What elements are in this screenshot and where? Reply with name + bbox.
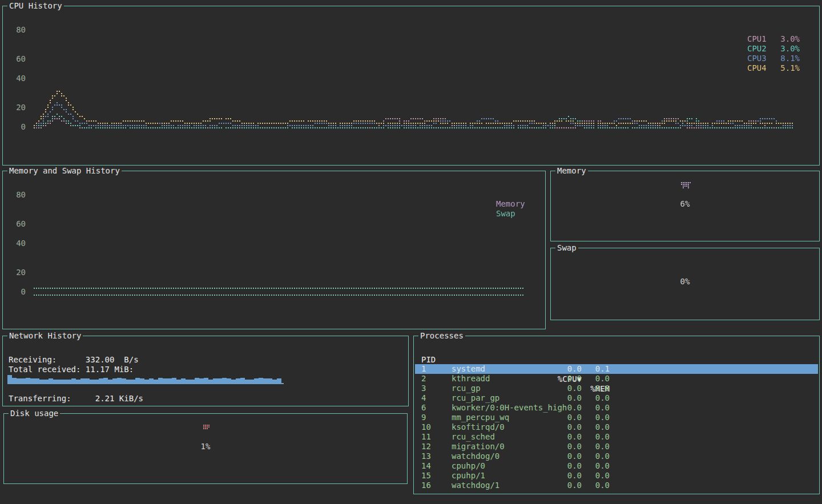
processes-panel: Processes PID Command %CPU▼ %MEM 1system…	[413, 336, 820, 494]
process-pid: 16	[421, 481, 431, 490]
process-row-ksoftirqd/0[interactable]: 10ksoftirqd/00.00.0	[415, 422, 818, 432]
network-transferring-text: Transferring: 2.21 KiB/s	[9, 394, 143, 404]
gtop-terminal-screen: { "colors": { "background": "#2b2b2b", "…	[0, 0, 822, 504]
process-pid: 15	[421, 471, 431, 481]
legend-value: 8.1%	[780, 54, 800, 63]
y-tick-60: 60	[7, 54, 26, 64]
process-pid: 10	[421, 422, 431, 432]
process-command: migration/0	[452, 442, 505, 451]
process-command: mm_percpu_wq	[452, 413, 509, 422]
process-row-cpuhp/0[interactable]: 14cpuhp/00.00.0	[415, 461, 818, 471]
process-mem-percent: 0.0	[565, 432, 610, 442]
process-command: watchdog/0	[452, 451, 499, 461]
process-command: cpuhp/0	[452, 461, 485, 471]
legend-item-cpu2: CPU23.0%	[747, 44, 800, 54]
process-row-cpuhp/1[interactable]: 15cpuhp/10.00.0	[415, 471, 818, 481]
process-mem-percent: 0.0	[565, 374, 610, 384]
swap-gauge-arc	[672, 255, 698, 272]
process-row-systemd[interactable]: 1systemd0.00.1	[415, 364, 818, 374]
legend-item-cpu1: CPU13.0%	[747, 34, 800, 44]
process-pid: 2	[421, 374, 426, 384]
y-tick-0: 0	[7, 122, 26, 132]
processes-header-row: PID Command %CPU▼ %MEM	[415, 345, 818, 355]
y-tick-40: 40	[7, 74, 26, 83]
process-mem-percent: 0.0	[565, 403, 610, 413]
process-command: rcu_par_gp	[452, 393, 499, 403]
process-mem-percent: 0.0	[565, 481, 610, 490]
legend-item-cpu3: CPU38.1%	[747, 54, 800, 63]
process-command: watchdog/1	[452, 481, 499, 490]
y-tick-80: 80	[7, 190, 26, 200]
process-pid: 1	[421, 364, 426, 374]
memory-percent-label: 6%	[551, 199, 819, 209]
process-row-rcu_par_gp[interactable]: 4rcu_par_gp0.00.0	[415, 393, 818, 403]
y-tick-20: 20	[7, 103, 26, 112]
process-row-rcu_gp[interactable]: 3rcu_gp0.00.0	[415, 384, 818, 393]
network-receiving-text: Receiving: 332.00 B/s	[9, 355, 139, 365]
process-mem-percent: 0.0	[565, 461, 610, 471]
network-receiving-sparkline	[7, 368, 291, 384]
y-tick-0: 0	[7, 287, 26, 297]
process-row-kthreadd[interactable]: 2kthreadd0.00.0	[415, 374, 818, 384]
disk-usage-title: Disk usage	[9, 409, 60, 418]
swap-percent-label: 0%	[551, 277, 819, 287]
memory-swap-legend: MemorySwap	[496, 199, 542, 219]
y-tick-20: 20	[7, 268, 26, 277]
process-pid: 13	[421, 451, 431, 461]
process-row-kworker/0:0H-events_high[interactable]: 6kworker/0:0H-events_high0.00.0	[415, 403, 818, 413]
y-tick-40: 40	[7, 239, 26, 248]
legend-label: CPU4	[747, 63, 767, 73]
memory-gauge-arc	[672, 177, 698, 194]
legend-item-memory: Memory	[496, 199, 542, 209]
memory-gauge-panel: Memory 6%	[550, 171, 820, 241]
disk-usage-panel: Disk usage 1%	[3, 413, 408, 484]
process-mem-percent: 0.0	[565, 393, 610, 403]
legend-value: 3.0%	[780, 44, 800, 54]
process-pid: 4	[421, 393, 426, 403]
process-pid: 6	[421, 403, 426, 413]
y-tick-80: 80	[7, 25, 26, 35]
legend-value: 5.1%	[780, 63, 800, 73]
cpu-history-panel: CPU History 806040200 CPU13.0%CPU23.0%CP…	[2, 6, 820, 166]
swap-gauge-title: Swap	[555, 243, 578, 253]
legend-item-swap: Swap	[496, 209, 542, 219]
legend-label: CPU1	[747, 34, 767, 44]
memory-swap-history-panel: Memory and Swap History 806040200 Memory…	[2, 171, 546, 329]
process-command: rcu_gp	[452, 384, 481, 393]
legend-label: CPU3	[747, 54, 767, 63]
process-mem-percent: 0.0	[565, 384, 610, 393]
process-pid: 11	[421, 432, 431, 442]
cpu-history-chart	[31, 9, 815, 143]
process-mem-percent: 0.0	[565, 442, 610, 451]
legend-value: 3.0%	[780, 34, 800, 44]
disk-usage-gauge-arc	[193, 420, 218, 437]
process-pid: 14	[421, 461, 431, 471]
process-row-watchdog/1[interactable]: 16watchdog/10.00.0	[415, 481, 818, 490]
process-mem-percent: 0.0	[565, 422, 610, 432]
process-pid: 3	[421, 384, 426, 393]
process-row-rcu_sched[interactable]: 11rcu_sched0.00.0	[415, 432, 818, 442]
process-command: cpuhp/1	[452, 471, 485, 481]
process-pid: 9	[421, 413, 426, 422]
process-command: kthreadd	[452, 374, 490, 384]
process-pid: 12	[421, 442, 431, 451]
process-mem-percent: 0.0	[565, 471, 610, 481]
y-tick-60: 60	[7, 219, 26, 229]
memory-gauge-title: Memory	[555, 166, 588, 176]
legend-item-cpu4: CPU45.1%	[747, 63, 800, 73]
process-command: rcu_sched	[452, 432, 495, 442]
process-mem-percent: 0.0	[565, 413, 610, 422]
process-row-mm_percpu_wq[interactable]: 9mm_percpu_wq0.00.0	[415, 413, 818, 422]
legend-label: Swap	[496, 209, 515, 219]
process-row-migration/0[interactable]: 12migration/00.00.0	[415, 442, 818, 451]
network-history-title: Network History	[7, 331, 83, 341]
memory-swap-history-chart	[31, 174, 541, 308]
disk-usage-percent-label: 1%	[4, 442, 407, 451]
process-mem-percent: 0.1	[565, 364, 610, 374]
process-mem-percent: 0.0	[565, 451, 610, 461]
network-history-panel: Network History Receiving: 332.00 B/s To…	[2, 336, 409, 406]
process-command: ksoftirqd/0	[452, 422, 505, 432]
process-row-watchdog/0[interactable]: 13watchdog/00.00.0	[415, 451, 818, 461]
processes-title: Processes	[418, 331, 465, 341]
swap-gauge-panel: Swap 0%	[550, 248, 820, 320]
